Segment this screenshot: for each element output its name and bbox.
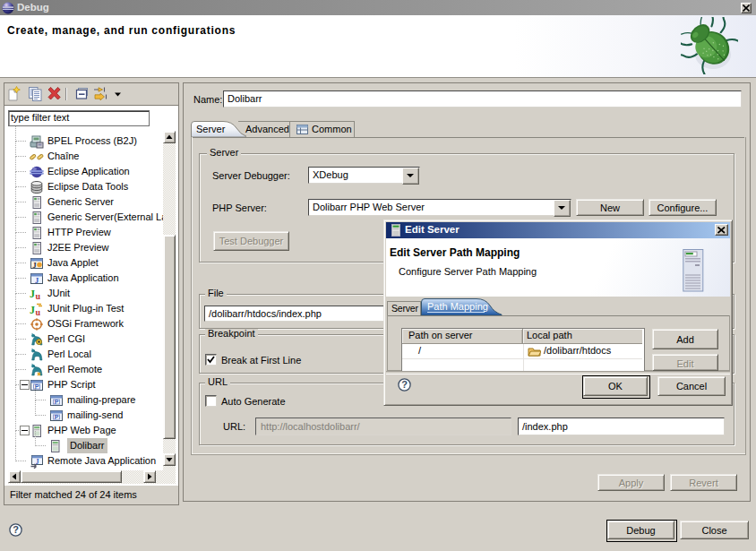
svg-text:?: ? — [401, 379, 408, 390]
svg-text:J: J — [36, 458, 39, 466]
svg-text:J: J — [30, 288, 35, 300]
svg-text:u: u — [36, 291, 41, 301]
svg-text:J: J — [32, 261, 37, 270]
svg-text:?: ? — [13, 524, 19, 535]
svg-text:J: J — [30, 304, 35, 316]
svg-text:u: u — [36, 307, 41, 317]
svg-text:P: P — [55, 414, 59, 420]
svg-text:P: P — [55, 399, 59, 405]
